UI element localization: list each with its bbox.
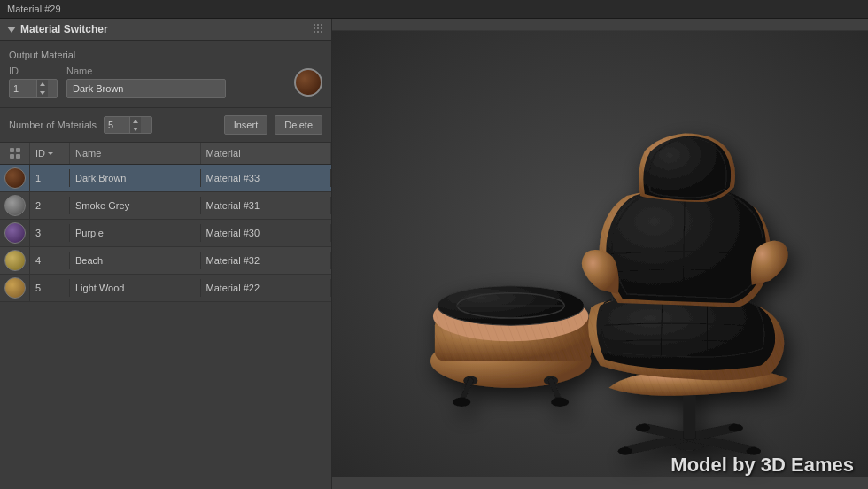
- id-header: ID: [30, 143, 70, 164]
- main-content: Material Switcher Output Material ID: [0, 19, 868, 489]
- svg-point-30: [729, 424, 743, 431]
- material-swatch: [4, 250, 26, 271]
- table-row[interactable]: 2Smoke GreyMaterial #31: [0, 192, 331, 220]
- row-id: 1: [30, 169, 70, 187]
- row-name: Beach: [70, 252, 201, 269]
- title-bar: Material #29: [0, 0, 868, 19]
- chair-scene: Model by 3D Eames: [332, 19, 868, 489]
- id-arrow-up[interactable]: [37, 80, 48, 89]
- watermark-text: Model by 3D Eames: [670, 454, 854, 477]
- row-name: Smoke Grey: [70, 197, 201, 214]
- id-arrow-down[interactable]: [37, 89, 48, 97]
- output-material-cols: ID: [9, 66, 285, 98]
- id-field-group: ID: [9, 66, 58, 98]
- row-name: Purple: [70, 224, 201, 242]
- arrow-down-icon: [133, 128, 138, 131]
- name-field-group: Name: [66, 66, 226, 98]
- output-material-section: Output Material ID: [0, 41, 331, 108]
- svg-point-18: [453, 398, 470, 407]
- svg-rect-1: [16, 148, 20, 152]
- num-materials-input[interactable]: [105, 118, 129, 132]
- panel-header-left: Material Switcher: [7, 23, 108, 35]
- material-swatch: [4, 277, 26, 299]
- id-sort-icon[interactable]: [48, 152, 53, 155]
- panel-grip[interactable]: [314, 24, 324, 35]
- row-name: Dark Brown: [70, 169, 201, 187]
- material-header: Material: [201, 143, 332, 164]
- row-swatch-cell: [0, 165, 30, 191]
- table-row[interactable]: 3PurpleMaterial #30: [0, 220, 331, 247]
- num-arrow-down[interactable]: [130, 125, 141, 133]
- material-swatch: [4, 167, 26, 189]
- table-body: 1Dark BrownMaterial #332Smoke GreyMateri…: [0, 165, 331, 302]
- id-input[interactable]: [10, 82, 36, 96]
- num-materials-row: Number of Materials Insert Delete: [0, 108, 331, 143]
- table-header: ID Name Material: [0, 143, 331, 165]
- row-id: 3: [30, 224, 70, 242]
- output-material-row: ID: [9, 66, 322, 98]
- grip-dot: [314, 24, 315, 26]
- row-id: 4: [30, 252, 70, 269]
- material-swatch: [4, 222, 26, 244]
- arrow-down-icon: [40, 91, 45, 95]
- svg-rect-3: [16, 154, 20, 159]
- svg-rect-2: [10, 154, 14, 159]
- swatch-header-icon: [9, 147, 21, 159]
- grip-dot: [321, 27, 322, 29]
- row-material: Material #30: [201, 224, 332, 242]
- material-header-label: Material: [206, 148, 241, 159]
- name-header-label: Name: [75, 148, 101, 159]
- material-table: ID Name Material 1Dark BrownMaterial #33…: [0, 143, 331, 489]
- grip-dot: [321, 31, 322, 33]
- name-header: Name: [70, 143, 201, 164]
- num-arrow-up[interactable]: [130, 117, 141, 125]
- grip-dot: [321, 24, 322, 26]
- svg-point-27: [618, 447, 632, 454]
- table-row[interactable]: 1Dark BrownMaterial #33: [0, 165, 331, 192]
- row-name: Light Wood: [70, 279, 201, 297]
- chair-svg: [332, 19, 868, 489]
- row-swatch-cell: [0, 192, 30, 219]
- left-panel: Material Switcher Output Material ID: [0, 19, 332, 489]
- delete-button[interactable]: Delete: [275, 115, 322, 135]
- row-swatch-cell: [0, 275, 30, 301]
- row-material: Material #22: [201, 279, 332, 297]
- id-header-label: ID: [35, 148, 45, 159]
- row-material: Material #32: [201, 252, 332, 269]
- swatch-header: [0, 143, 30, 164]
- material-swatch: [4, 195, 26, 216]
- row-swatch-cell: [0, 220, 30, 246]
- insert-button[interactable]: Insert: [224, 115, 268, 135]
- title-label: Material #29: [7, 4, 61, 14]
- table-row[interactable]: 5Light WoodMaterial #22: [0, 275, 331, 302]
- collapse-icon[interactable]: [7, 27, 16, 33]
- arrow-up-icon: [133, 120, 138, 123]
- row-id: 5: [30, 279, 70, 297]
- name-label: Name: [66, 66, 226, 76]
- sort-arrow-down-icon: [48, 152, 53, 155]
- svg-point-29: [636, 424, 650, 431]
- output-material-label: Output Material: [9, 50, 322, 60]
- svg-point-21: [551, 398, 569, 407]
- grip-dot: [317, 31, 319, 33]
- id-label: ID: [9, 66, 58, 76]
- num-materials-label: Number of Materials: [9, 120, 97, 130]
- grip-dot: [314, 27, 315, 29]
- row-material: Material #33: [201, 169, 332, 187]
- arrow-up-icon: [40, 82, 45, 86]
- grip-dot: [314, 31, 315, 33]
- row-material: Material #31: [201, 197, 332, 214]
- id-spinner[interactable]: [9, 79, 58, 98]
- num-materials-spinner[interactable]: [104, 116, 152, 134]
- output-swatch[interactable]: [294, 68, 322, 97]
- table-row[interactable]: 4BeachMaterial #32: [0, 247, 331, 275]
- panel-header: Material Switcher: [0, 19, 331, 41]
- grip-dot: [317, 27, 319, 29]
- name-input[interactable]: [66, 79, 226, 98]
- num-spinner-arrows: [129, 117, 141, 133]
- svg-rect-0: [10, 148, 14, 152]
- id-spinner-arrows: [36, 80, 48, 97]
- grip-dot: [317, 24, 319, 26]
- row-swatch-cell: [0, 247, 30, 274]
- row-id: 2: [30, 197, 70, 214]
